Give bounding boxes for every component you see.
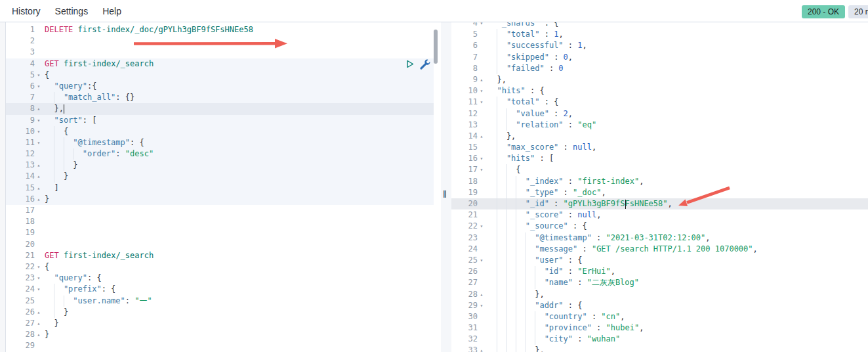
- code-text[interactable]: "country" : "cn",: [486, 311, 868, 322]
- fold-open-icon[interactable]: ▾: [35, 284, 43, 295]
- fold-open-icon[interactable]: ▾: [478, 22, 486, 29]
- fold-close-icon[interactable]: ▴: [35, 183, 43, 194]
- fold-open-icon[interactable]: ▾: [478, 97, 486, 108]
- code-text[interactable]: "failed" : 0: [486, 63, 868, 74]
- code-text[interactable]: "city" : "wuhan": [486, 334, 868, 345]
- request-options-button[interactable]: [419, 58, 430, 70]
- code-line[interactable]: 22▾"_source" : {: [451, 221, 868, 232]
- code-text[interactable]: "skipped" : 0,: [486, 52, 868, 63]
- pane-resizer[interactable]: ‖: [441, 22, 451, 352]
- code-text[interactable]: "message" : "GET /search HTTP/1.1 200 10…: [486, 244, 868, 255]
- code-text[interactable]: [43, 239, 434, 250]
- code-line[interactable]: 5▾{: [6, 70, 434, 81]
- code-text[interactable]: DELETE first-index/_doc/gPYLh3gBF9fSFsHN…: [43, 24, 434, 35]
- code-text[interactable]: }: [43, 194, 434, 205]
- fold-close-icon[interactable]: ▴: [478, 74, 486, 85]
- code-text[interactable]: [43, 227, 434, 238]
- fold-close-icon[interactable]: ▴: [478, 345, 486, 352]
- code-line[interactable]: 9▴},: [451, 74, 868, 85]
- code-text[interactable]: "successful" : 1,: [486, 40, 868, 51]
- code-line[interactable]: 18: [6, 216, 434, 227]
- code-text[interactable]: [43, 340, 434, 351]
- code-line[interactable]: 28▴},: [451, 289, 868, 300]
- code-text[interactable]: },: [486, 74, 868, 85]
- code-line[interactable]: 8▴},: [6, 103, 434, 114]
- code-line[interactable]: 33▴},: [451, 345, 868, 352]
- fold-close-icon[interactable]: ▴: [478, 131, 486, 142]
- code-text[interactable]: "_shards" : {: [486, 22, 868, 29]
- fold-close-icon[interactable]: ▴: [35, 160, 43, 171]
- code-line[interactable]: 4▾"_shards" : {: [451, 22, 868, 29]
- code-line[interactable]: 19: [6, 227, 434, 238]
- editor-scrollbar-thumb[interactable]: [434, 30, 438, 64]
- code-text[interactable]: "addr" : {: [486, 300, 868, 311]
- code-line[interactable]: 31"province" : "hubei",: [451, 322, 868, 334]
- code-line[interactable]: 9▾"sort": [: [6, 115, 434, 126]
- code-text[interactable]: }: [43, 171, 434, 182]
- code-text[interactable]: "_type" : "_doc",: [486, 187, 868, 198]
- menu-settings[interactable]: Settings: [55, 6, 89, 16]
- code-line[interactable]: 23"@timestamp" : "2021-03-31T02:12:00",: [451, 232, 868, 244]
- fold-open-icon[interactable]: ▾: [35, 115, 43, 126]
- code-line[interactable]: 15▴]: [6, 183, 434, 194]
- code-text[interactable]: [43, 47, 434, 58]
- fold-open-icon[interactable]: ▾: [478, 153, 486, 164]
- code-text[interactable]: }: [43, 160, 434, 171]
- fold-open-icon[interactable]: ▾: [478, 164, 486, 175]
- code-line[interactable]: 6"successful" : 1,: [451, 40, 868, 51]
- fold-open-icon[interactable]: ▾: [35, 126, 43, 137]
- code-line[interactable]: 5"total" : 1,: [451, 29, 868, 40]
- fold-close-icon[interactable]: ▴: [35, 307, 43, 318]
- code-line[interactable]: 2: [6, 35, 434, 47]
- code-text[interactable]: [43, 35, 434, 47]
- code-text[interactable]: "_id" : "gPYLh3gBF9fSFsHNEe58",: [486, 198, 868, 209]
- code-text[interactable]: }: [43, 318, 434, 329]
- code-text[interactable]: ]: [43, 183, 434, 194]
- code-text[interactable]: {: [486, 164, 868, 175]
- code-line[interactable]: 10▾{: [6, 126, 434, 137]
- code-text[interactable]: "prefix": {: [43, 284, 434, 295]
- code-text[interactable]: "total" : {: [486, 97, 868, 108]
- code-line[interactable]: 13"relation" : "eq": [451, 120, 868, 131]
- code-text[interactable]: }: [43, 329, 434, 340]
- code-text[interactable]: }: [43, 307, 434, 318]
- code-line[interactable]: 28▴}: [6, 329, 434, 340]
- code-text[interactable]: "id" : "ErHui",: [486, 266, 868, 277]
- fold-close-icon[interactable]: ▴: [35, 103, 43, 114]
- fold-close-icon[interactable]: ▴: [35, 171, 43, 182]
- code-text[interactable]: "_source" : {: [486, 221, 868, 232]
- code-line[interactable]: 21"_score" : null,: [451, 209, 868, 221]
- code-line[interactable]: 17: [6, 205, 434, 216]
- code-line[interactable]: 20: [6, 239, 434, 250]
- fold-close-icon[interactable]: ▴: [478, 289, 486, 300]
- code-line[interactable]: 1DELETE first-index/_doc/gPYLh3gBF9fSFsH…: [6, 24, 434, 35]
- code-text[interactable]: "hits" : [: [486, 153, 868, 164]
- code-line[interactable]: 21GET first-index/_search: [6, 250, 434, 261]
- code-line[interactable]: 19"_type" : "_doc",: [451, 187, 868, 198]
- code-text[interactable]: "query":{: [43, 81, 434, 92]
- code-line[interactable]: 24▾"prefix": {: [6, 284, 434, 295]
- code-text[interactable]: },: [486, 345, 868, 352]
- code-line[interactable]: 32"city" : "wuhan": [451, 334, 868, 345]
- response-viewer[interactable]: 4▾"_shards" : {5"total" : 1,6"successful…: [451, 22, 868, 352]
- code-line[interactable]: 10▾"hits" : {: [451, 85, 868, 97]
- code-text[interactable]: "_index" : "first-index",: [486, 176, 868, 187]
- fold-open-icon[interactable]: ▾: [35, 81, 43, 92]
- code-line[interactable]: 12"value" : 2,: [451, 108, 868, 120]
- menu-history[interactable]: History: [12, 6, 41, 16]
- fold-close-icon[interactable]: ▴: [35, 318, 43, 329]
- code-line[interactable]: 14▴},: [451, 131, 868, 142]
- fold-close-icon[interactable]: ▴: [35, 194, 43, 205]
- send-request-button[interactable]: [405, 59, 415, 69]
- fold-open-icon[interactable]: ▾: [35, 273, 43, 284]
- code-line[interactable]: 29: [6, 340, 434, 351]
- code-text[interactable]: [43, 216, 434, 227]
- code-line[interactable]: 13▴}: [6, 160, 434, 171]
- pane-resizer-handle[interactable]: ‖: [443, 189, 447, 200]
- code-line[interactable]: 24"message" : "GET /search HTTP/1.1 200 …: [451, 244, 868, 255]
- code-line[interactable]: 22▾{: [6, 261, 434, 273]
- code-text[interactable]: "sort": [: [43, 115, 434, 126]
- fold-open-icon[interactable]: ▾: [478, 221, 486, 232]
- code-text[interactable]: GET first-index/_search: [43, 58, 434, 70]
- code-line[interactable]: 26"id" : "ErHui",: [451, 266, 868, 277]
